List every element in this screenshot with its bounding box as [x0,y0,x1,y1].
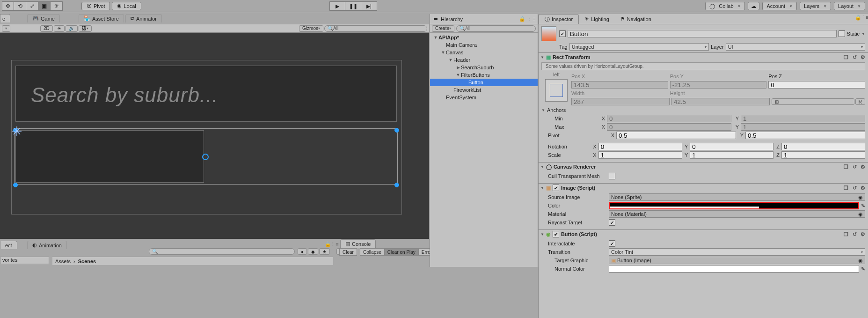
rot-x[interactable] [598,143,682,150]
transition-dropdown[interactable]: Color Tint▾ [609,248,865,256]
anchor-min-y[interactable] [741,115,865,122]
scene-search[interactable]: 🔍All [324,25,427,32]
static-checkbox[interactable] [839,30,845,37]
help-icon[interactable]: ❐ [843,54,849,60]
hierarchy-item[interactable]: FireworkList [430,86,538,94]
chevron-down-icon[interactable]: ▼ [861,32,865,36]
pause-button[interactable]: ❚❚ [345,1,361,11]
reset-icon[interactable]: ↺ [851,185,858,191]
project-menu[interactable]: ⋮≡ [331,241,338,247]
scl-z[interactable] [781,151,865,159]
button-header[interactable]: ▼ ◉ ✔ Button (Script) ❐ ↺ ⚙ [539,230,868,238]
hand-tool[interactable]: ✥ [2,1,14,11]
interactable-checkbox[interactable]: ✔ [609,240,615,247]
tag-dropdown[interactable]: Untagged▾ [569,43,709,51]
eyedropper-icon[interactable]: ✎ [861,266,865,272]
step-button[interactable]: ▶| [361,1,377,11]
source-image-field[interactable]: None (Sprite)◉ [609,193,865,201]
btn-2d[interactable]: 2D [40,25,53,32]
anchor-max-x[interactable] [607,123,731,131]
filter-1[interactable]: ● [298,248,307,255]
hierarchy-item[interactable]: ▶SearchSuburb [430,64,538,71]
local-toggle[interactable]: ◉Local [112,2,141,10]
anchor-preset-button[interactable] [545,79,568,102]
hierarchy-lock-icon[interactable]: 🔒 [519,16,525,22]
active-checkbox[interactable]: ✔ [559,30,566,37]
tree-arrow-icon[interactable]: ▼ [448,58,453,62]
layers-dropdown[interactable]: Layers▼ [800,2,831,10]
help-icon[interactable]: ❐ [843,163,849,170]
hierarchy-item[interactable]: ▼FilterButtons [430,71,538,79]
hierarchy-menu[interactable]: ⋮≡ [528,16,535,22]
rect-transform-header[interactable]: ▼ ▦ Rect Transform ❐ ↺ ⚙ [539,53,868,61]
tab-animator[interactable]: ⧉Animator [125,14,162,22]
target-graphic-field[interactable]: ▣ Button (Image)◉ [609,257,865,264]
tab-asset-store[interactable]: 🏪Asset Store [79,14,124,22]
hierarchy-item[interactable]: ▼Header [430,56,538,64]
tree-arrow-icon[interactable]: ▼ [433,35,438,40]
gear-icon[interactable]: ⚙ [860,231,866,237]
object-picker-icon[interactable]: ◉ [858,211,863,217]
play-button[interactable]: ▶ [329,1,345,11]
handle-tr[interactable] [394,128,399,133]
anchor-min-x[interactable] [607,115,731,122]
blueprint-mode[interactable]: ⊞ [772,98,854,105]
center-gizmo[interactable] [202,154,209,160]
layer-dropdown[interactable]: UI▾ [726,43,865,51]
button-enabled-checkbox[interactable]: ✔ [553,231,559,237]
gear-icon[interactable]: ⚙ [860,185,866,191]
reset-icon[interactable]: ↺ [851,54,858,60]
account-dropdown[interactable]: Account▼ [762,2,797,10]
object-picker-icon[interactable]: ◉ [858,258,863,264]
favorites-header[interactable]: vorites [0,257,49,264]
posx-field[interactable] [571,81,668,89]
hierarchy-item[interactable]: ▼APIApp* [430,34,538,41]
tree-arrow-icon[interactable]: ▼ [455,73,461,77]
fx-toggle[interactable]: 🖼▾ [79,25,92,32]
object-picker-icon[interactable]: ◉ [858,194,863,200]
help-icon[interactable]: ❐ [843,231,849,237]
hierarchy-item[interactable]: Button [430,79,538,86]
pivot-x[interactable] [616,132,736,139]
layout-dropdown[interactable]: Layout▼ [834,2,865,10]
filter-3[interactable]: ★ [319,248,330,255]
rot-z[interactable] [781,143,865,150]
normal-color-field[interactable] [609,265,859,273]
pivot-toggle[interactable]: ⦿Pivot [81,2,110,10]
image-enabled-checkbox[interactable]: ✔ [553,185,559,191]
width-field[interactable] [571,98,670,105]
raw-edit-mode[interactable]: R [855,98,865,105]
image-header[interactable]: ▼ ▣ ✔ Image (Script) ❐ ↺ ⚙ [539,184,868,192]
rot-y[interactable] [690,143,773,150]
transform-tool[interactable]: ✳ [51,1,63,11]
posy-field[interactable] [670,81,767,89]
gear-icon[interactable]: ⚙ [860,54,866,60]
material-field[interactable]: None (Material)◉ [609,210,865,218]
hierarchy-item[interactable]: Main Camera [430,41,538,49]
collab-dropdown[interactable]: ◯Collab▼ [705,2,745,10]
console-collapse[interactable]: Collapse [360,248,385,256]
handle-bl[interactable] [13,183,18,187]
anchor-max-y[interactable] [741,123,865,131]
tab-scene[interactable]: e [0,14,10,22]
scl-y[interactable] [690,151,773,159]
posz-field[interactable] [768,81,865,89]
inspector-menu[interactable]: ⋮≡ [861,14,868,21]
rotate-tool[interactable]: ⤢ [26,1,38,11]
console-clear-on-play[interactable]: Clear on Play [385,248,419,256]
anchor-gizmo[interactable] [12,126,22,136]
cull-checkbox[interactable] [609,173,615,179]
tab-game[interactable]: 🎮Game [27,14,60,22]
tab-console[interactable]: ▤Console [340,239,376,248]
scene-canvas[interactable]: Search by suburb... [0,33,429,239]
scl-x[interactable] [598,151,682,159]
crumb-scenes[interactable]: Scenes [78,259,96,264]
tree-arrow-icon[interactable]: ▼ [440,50,446,55]
tab-animation[interactable]: ◐Animation [27,241,67,249]
foldout-icon[interactable]: ▼ [541,108,545,112]
filter-2[interactable]: ◆ [308,248,318,255]
hierarchy-item[interactable]: ▼Canvas [430,49,538,56]
hierarchy-item[interactable]: EventSystem [430,94,538,101]
height-field[interactable] [671,98,770,105]
image-color-field[interactable] [609,202,859,209]
